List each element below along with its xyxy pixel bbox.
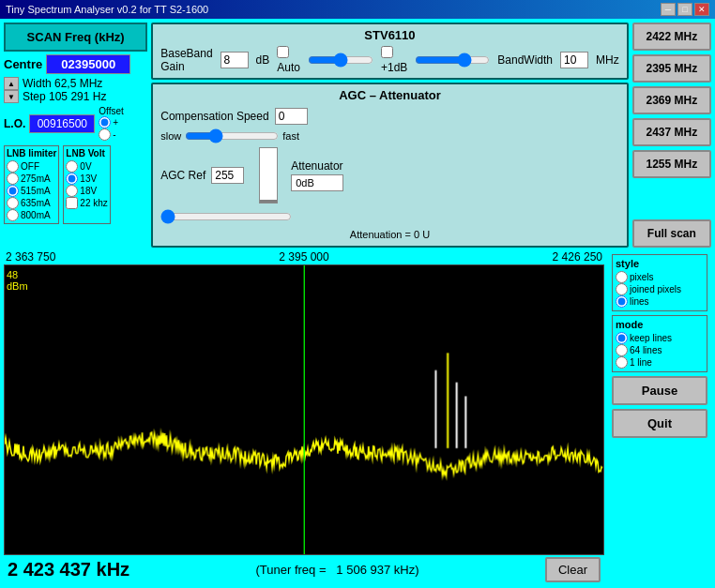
left-panel: SCAN Freq (kHz) Centre ▲ ▼ Width 62,5 MH… bbox=[4, 23, 147, 248]
centre-label: Centre bbox=[4, 57, 42, 71]
spectrum-container: 2 363 750 2 395 000 2 426 250 48 dBm 2 4… bbox=[4, 250, 604, 584]
freq-btn-2369[interactable]: 2369 MHz bbox=[632, 86, 711, 114]
width-step-section: ▲ ▼ Width 62,5 MHz Step 105 291 Hz bbox=[4, 77, 147, 103]
lnb-volt-box: LNB Volt 0V 13V 18V 22 khz bbox=[63, 145, 110, 224]
attenuator-bar bbox=[259, 147, 278, 204]
offset-section: Offset + - bbox=[99, 106, 124, 141]
up-arrow-button[interactable]: ▲ bbox=[4, 77, 19, 90]
title-bar: Tiny Spectrum Analyser v0.2 for TT S2-16… bbox=[0, 0, 715, 19]
agc-ref-input[interactable] bbox=[211, 167, 244, 184]
right-controls: style pixels joined pixels lines mode ke… bbox=[608, 250, 711, 584]
attenuator-value: 0dB bbox=[291, 174, 342, 191]
attenuator-section bbox=[259, 147, 278, 204]
step-label: Step 105 291 Hz bbox=[23, 90, 106, 103]
auto-checkbox[interactable]: Auto bbox=[277, 46, 300, 74]
compensation-label: Compensation Speed bbox=[160, 110, 268, 123]
width-step-labels: Width 62,5 MHz Step 105 291 Hz bbox=[23, 77, 106, 103]
style-pixels-radio[interactable]: pixels bbox=[616, 271, 704, 283]
offset-plus-radio[interactable]: + bbox=[99, 116, 124, 128]
lo-row: L.O. Offset + - bbox=[4, 106, 147, 141]
lo-input[interactable] bbox=[29, 114, 95, 133]
mode-64-radio[interactable]: 64 lines bbox=[616, 344, 704, 356]
checkbox-22khz[interactable]: 22 khz bbox=[66, 197, 107, 209]
dbm-label: 48 dBm bbox=[7, 269, 28, 292]
plus1db-checkbox[interactable]: +1dB bbox=[381, 46, 407, 74]
style-box: style pixels joined pixels lines bbox=[612, 254, 707, 311]
baseband-title: STV6110 bbox=[160, 28, 619, 42]
arrows: ▲ ▼ bbox=[4, 77, 19, 103]
attenuation-label: Attenuation = 0 U bbox=[160, 229, 619, 240]
offset-minus-radio[interactable]: - bbox=[99, 128, 124, 141]
freq-btn-2395[interactable]: 2395 MHz bbox=[632, 54, 711, 83]
agc-ref-label: AGC Ref bbox=[160, 169, 205, 182]
attenuation-slider[interactable] bbox=[160, 209, 292, 224]
spectrum-section: 2 363 750 2 395 000 2 426 250 48 dBm 2 4… bbox=[4, 250, 711, 584]
mode-1-radio[interactable]: 1 line bbox=[616, 356, 704, 369]
db-label: dB bbox=[256, 53, 270, 67]
pause-button[interactable]: Pause bbox=[612, 376, 707, 405]
lnb-18v-radio[interactable]: 18V bbox=[66, 185, 107, 197]
lnb-13v-radio[interactable]: 13V bbox=[66, 173, 107, 185]
freq-btn-1255[interactable]: 1255 MHz bbox=[632, 150, 711, 178]
tuner-freq-value: 1 506 937 kHz) bbox=[336, 563, 418, 577]
middle-panel: STV6110 BaseBand Gain dB Auto +1dB bbox=[151, 23, 629, 248]
attenuator-label: Attenuator bbox=[291, 159, 342, 173]
mhz-label: MHz bbox=[596, 53, 619, 67]
agc-attenuator-row: AGC Ref Attenuator 0dB bbox=[160, 147, 619, 204]
spectrum-canvas-area: 48 dBm bbox=[4, 264, 604, 555]
top-section: SCAN Freq (kHz) Centre ▲ ▼ Width 62,5 MH… bbox=[4, 23, 711, 248]
agc-title: AGC – Attenuator bbox=[160, 88, 619, 102]
lnb-limiter-title: LNB limiter bbox=[7, 148, 56, 158]
freq-labels-top: 2 363 750 2 395 000 2 426 250 bbox=[4, 250, 604, 264]
lnb-635ma-radio[interactable]: 635mA bbox=[7, 197, 56, 209]
lnb-volt-title: LNB Volt bbox=[66, 148, 107, 158]
lnb-section: LNB limiter OFF 275mA 515mA 635mA 800mA … bbox=[4, 145, 147, 224]
freq-label-right: 2 426 250 bbox=[553, 250, 602, 264]
style-joined-radio[interactable]: joined pixels bbox=[616, 283, 704, 295]
right-panel: 2422 MHz 2395 MHz 2369 MHz 2437 MHz 1255… bbox=[632, 23, 711, 248]
freq-label-left: 2 363 750 bbox=[6, 250, 55, 264]
compensation-input[interactable] bbox=[275, 108, 308, 125]
freq-btn-2437[interactable]: 2437 MHz bbox=[632, 118, 711, 146]
tuner-freq-prefix: (Tuner freq = bbox=[255, 563, 326, 577]
app-title: Tiny Spectrum Analyser v0.2 for TT S2-16… bbox=[6, 4, 208, 15]
quit-button[interactable]: Quit bbox=[612, 409, 707, 438]
attenuator-fill bbox=[260, 200, 277, 203]
lnb-275ma-radio[interactable]: 275mA bbox=[7, 173, 56, 185]
bandwidth-label: BandWidth bbox=[497, 53, 553, 67]
full-scan-button[interactable]: Full scan bbox=[632, 219, 711, 248]
window-controls: ─ □ ✕ bbox=[661, 3, 709, 16]
bandwidth-slider[interactable] bbox=[415, 53, 490, 68]
freq-btn-2422[interactable]: 2422 MHz bbox=[632, 23, 711, 51]
clear-button[interactable]: Clear bbox=[545, 557, 601, 582]
lo-label: L.O. bbox=[4, 117, 25, 130]
main-content: SCAN Freq (kHz) Centre ▲ ▼ Width 62,5 MH… bbox=[0, 19, 715, 588]
style-lines-radio[interactable]: lines bbox=[616, 295, 704, 308]
mode-label: mode bbox=[616, 319, 704, 330]
lnb-515ma-radio[interactable]: 515mA bbox=[7, 185, 56, 197]
center-frequency-line bbox=[304, 265, 305, 554]
bandwidth-input[interactable] bbox=[560, 52, 588, 68]
mode-keep-radio[interactable]: keep lines bbox=[616, 332, 704, 344]
tuner-freq-label: (Tuner freq = 1 506 937 kHz) bbox=[255, 563, 418, 577]
lnb-800ma-radio[interactable]: 800mA bbox=[7, 209, 56, 221]
down-arrow-button[interactable]: ▼ bbox=[4, 90, 19, 103]
centre-input[interactable] bbox=[46, 54, 130, 74]
baseband-box: STV6110 BaseBand Gain dB Auto +1dB bbox=[151, 23, 629, 80]
attenuation-row: Attenuation = 0 U bbox=[160, 209, 619, 240]
speed-slider[interactable] bbox=[185, 128, 279, 143]
maximize-button[interactable]: □ bbox=[677, 3, 692, 16]
scan-freq-button[interactable]: SCAN Freq (kHz) bbox=[4, 23, 147, 52]
current-freq: 2 423 437 kHz bbox=[8, 559, 129, 580]
baseband-gain-input[interactable] bbox=[221, 52, 249, 68]
close-button[interactable]: ✕ bbox=[694, 3, 709, 16]
lnb-limiter-box: LNB limiter OFF 275mA 515mA 635mA 800mA bbox=[4, 145, 59, 224]
slow-label: slow bbox=[160, 130, 181, 142]
offset-label: Offset bbox=[99, 106, 124, 116]
minimize-button[interactable]: ─ bbox=[661, 3, 676, 16]
lnb-0v-radio[interactable]: 0V bbox=[66, 160, 107, 173]
lnb-off-radio[interactable]: OFF bbox=[7, 160, 56, 173]
baseband-slider[interactable] bbox=[308, 53, 373, 68]
mode-box: mode keep lines 64 lines 1 line bbox=[612, 315, 707, 372]
agc-compensation-row: Compensation Speed bbox=[160, 108, 619, 125]
